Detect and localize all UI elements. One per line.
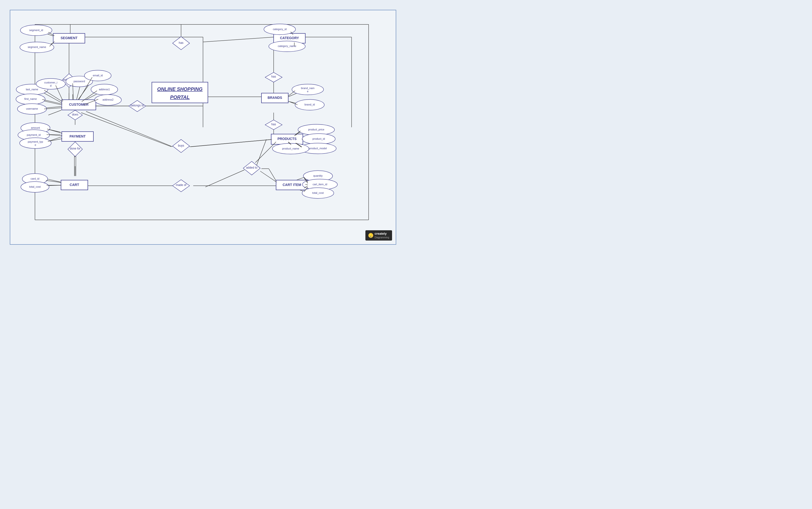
attr-customer-id-label-2: d bbox=[50, 84, 51, 87]
attr-brand-name-label-2: e bbox=[307, 90, 308, 93]
entity-payment-label: PAYMENT bbox=[69, 134, 85, 138]
attr-quantity-label: quantity bbox=[313, 174, 323, 177]
entity-brands-label: BRANDS bbox=[267, 96, 282, 100]
attr-amount-label: amount bbox=[31, 126, 40, 129]
attr-payment-type-label-2: e bbox=[35, 143, 36, 146]
watermark-text: creately Diagramming bbox=[375, 232, 389, 239]
diamond-does-label: does bbox=[72, 113, 78, 116]
attr-email-id-label: email_id bbox=[93, 74, 103, 77]
entity-segment-label: SEGMENT bbox=[61, 36, 77, 40]
svg-line-101 bbox=[206, 170, 244, 187]
entity-customer-label: CUSTOMER bbox=[69, 103, 88, 106]
watermark-tagline: Diagramming bbox=[375, 236, 389, 239]
svg-line-55 bbox=[81, 112, 171, 146]
attr-customer-id-label-1: customer_i bbox=[44, 81, 58, 84]
entity-cart-item-label: CART ITEM bbox=[283, 183, 301, 187]
attr-address2-label: address2 bbox=[103, 98, 113, 101]
diamond-buys-label: buys bbox=[178, 144, 184, 147]
svg-line-80 bbox=[47, 129, 62, 133]
diamond-added-to-label: added to bbox=[246, 166, 258, 169]
attr-product-name-label: product_name bbox=[282, 147, 299, 150]
attr-product-model-label: product_model bbox=[309, 147, 327, 150]
attr-cart-item-id-label: cart_item_id bbox=[312, 183, 327, 186]
main-title-line2: PORTAL bbox=[170, 95, 190, 100]
attr-segment-id-label: segment_id bbox=[29, 29, 43, 32]
svg-line-15 bbox=[203, 37, 274, 42]
entity-products-label: PRODUCTS bbox=[278, 137, 296, 141]
diamond-belongs-to-label: belongs to bbox=[131, 104, 144, 107]
attr-brand-name-label-1: brand_nam bbox=[301, 87, 315, 90]
attr-last-name-label: last_name bbox=[26, 88, 38, 91]
attr-product-price-label: product_price bbox=[308, 128, 324, 131]
diamond-has-category-brands-label: has bbox=[271, 75, 276, 78]
svg-line-102 bbox=[260, 171, 276, 182]
watermark-logo: 💡 bbox=[368, 233, 373, 238]
attr-total-cost-cart-item-label: total_cost bbox=[312, 191, 324, 194]
entity-category-label: CATEGORY bbox=[280, 36, 299, 40]
attr-category-name-label: category_name bbox=[278, 44, 296, 47]
svg-line-103 bbox=[86, 111, 173, 146]
attr-username-label: username bbox=[26, 107, 38, 110]
attr-segment-name-label: segment_name bbox=[28, 45, 46, 48]
watermark: 💡 creately Diagramming bbox=[365, 230, 392, 241]
diamond-done-for-label: done for bbox=[70, 147, 80, 150]
entity-cart-label: CART bbox=[70, 183, 79, 187]
attr-payment-id-label: payment_id bbox=[27, 133, 41, 136]
diamond-has-top-label: has bbox=[179, 41, 183, 44]
svg-line-47 bbox=[48, 110, 62, 115]
svg-line-86 bbox=[42, 99, 62, 104]
svg-line-31 bbox=[255, 139, 266, 169]
svg-line-85 bbox=[44, 90, 63, 102]
svg-line-33 bbox=[269, 169, 276, 181]
attr-card-id-label: card_id bbox=[31, 177, 39, 180]
diamond-has-brands-products-label: has bbox=[271, 123, 276, 126]
attr-total-cost-cart-label: total_cost bbox=[29, 185, 41, 188]
attr-brand-id-label: brand_id bbox=[304, 103, 315, 106]
attr-product-id-label: product_id bbox=[312, 137, 325, 140]
svg-line-100 bbox=[255, 142, 276, 163]
diamond-made-of-label: made of bbox=[176, 183, 187, 187]
watermark-brand: creately bbox=[375, 232, 387, 235]
diagram-canvas: SEGMENT CUSTOMER PAYMENT CART CART ITEM … bbox=[10, 10, 396, 245]
attr-address1-label: address1 bbox=[99, 88, 110, 91]
attr-payment-type-label-1: payment_typ bbox=[28, 140, 43, 143]
svg-line-83 bbox=[46, 180, 62, 182]
svg-line-104 bbox=[190, 139, 272, 147]
attr-category-id-label: category_id bbox=[273, 28, 287, 31]
attr-first-name-label: first_name bbox=[24, 97, 37, 100]
attr-password-label: password bbox=[74, 80, 85, 83]
main-title-line1: ONLINE SHOPPING bbox=[157, 87, 202, 92]
